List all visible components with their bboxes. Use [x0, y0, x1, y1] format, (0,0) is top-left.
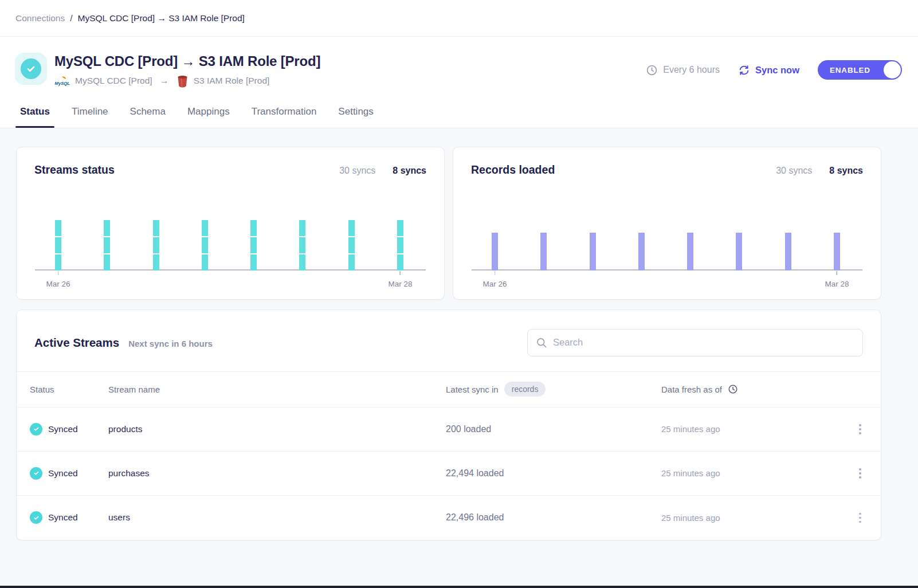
chart-bar: [55, 220, 61, 271]
arrow-icon: →: [160, 76, 169, 86]
kebab-icon[interactable]: [851, 420, 869, 438]
breadcrumb-connections-link[interactable]: Connections: [15, 13, 65, 23]
syncs-selected-label: 8 syncs: [393, 166, 426, 176]
clock-icon: [728, 384, 738, 394]
active-streams-card: Active Streams Next sync in 6 hours Stat…: [16, 309, 881, 540]
records-loaded-title: Records loaded: [471, 163, 555, 177]
stream-search: [527, 329, 863, 356]
schedule-label: Every 6 hours: [663, 65, 720, 75]
main-content: Streams status 30 syncs 8 syncs Mar 26Ma…: [0, 128, 918, 540]
svg-text:MySQL: MySQL: [55, 81, 70, 86]
chart-bar: [348, 220, 355, 271]
bottom-bar: [0, 586, 918, 588]
records-loaded-chart: Mar 26Mar 28: [471, 177, 863, 299]
column-latest-sync: Latest sync in: [446, 385, 499, 394]
records-loaded-value: 22,494 loaded: [446, 468, 661, 479]
chart-bar: [736, 233, 742, 271]
connection-tabs: StatusTimelineSchemaMappingsTransformati…: [0, 101, 918, 128]
x-axis-label: Mar 26: [46, 280, 70, 288]
chart-bar: [540, 233, 547, 271]
column-status: Status: [30, 385, 108, 394]
sync-now-label: Sync now: [755, 65, 799, 76]
streams-status-chart: Mar 26Mar 28: [34, 177, 426, 299]
tab-settings[interactable]: Settings: [338, 101, 373, 128]
stream-name: products: [108, 424, 446, 434]
axis-tick: [495, 271, 496, 275]
tab-status[interactable]: Status: [20, 101, 50, 128]
sync-now-button[interactable]: Sync now: [738, 64, 799, 76]
data-freshness-value: 25 minutes ago: [661, 424, 835, 434]
chart-bar: [104, 220, 110, 271]
kebab-icon[interactable]: [851, 508, 869, 527]
chart-bar: [202, 220, 208, 271]
check-circle-icon: [30, 423, 42, 436]
x-axis-label: Mar 28: [825, 280, 849, 288]
clock-icon: [646, 64, 658, 76]
data-freshness-value: 25 minutes ago: [661, 468, 835, 478]
connection-enabled-toggle[interactable]: ENABLED: [818, 60, 902, 80]
chart-bar: [590, 233, 596, 271]
streams-table-header: Status Stream name Latest sync in record…: [17, 371, 881, 407]
chart-bar: [687, 233, 693, 271]
axis-tick: [58, 271, 59, 275]
records-loaded-card: Records loaded 30 syncs 8 syncs Mar 26Ma…: [453, 147, 881, 300]
chart-bar: [834, 233, 840, 271]
destination-name: S3 IAM Role [Prod]: [194, 76, 270, 86]
stream-name: users: [108, 512, 446, 523]
stream-status-label: Synced: [48, 424, 78, 434]
table-row[interactable]: Synced users 22,496 loaded 25 minutes ag…: [17, 496, 881, 540]
syncs-total-label: 30 syncs: [339, 166, 375, 176]
s3-bucket-icon: [176, 75, 189, 88]
check-circle-icon: [30, 467, 42, 480]
connection-header: MySQL CDC [Prod] → S3 IAM Role [Prod] My…: [0, 37, 918, 128]
breadcrumb: Connections / MySQL CDC [Prod] → S3 IAM …: [0, 0, 918, 37]
chart-bar: [153, 220, 159, 271]
syncs-selected-label: 8 syncs: [829, 166, 863, 176]
active-streams-title: Active Streams: [34, 336, 119, 350]
chart-bar: [397, 220, 403, 271]
source-name: MySQL CDC [Prod]: [75, 76, 152, 86]
chart-bar: [638, 233, 645, 271]
next-sync-label: Next sync in 6 hours: [128, 339, 213, 348]
breadcrumb-separator: /: [70, 13, 72, 23]
records-unit-badge[interactable]: records: [504, 382, 546, 397]
page-title: MySQL CDC [Prod] → S3 IAM Role [Prod]: [54, 53, 646, 70]
mysql-logo-icon: MySQL: [54, 75, 70, 87]
check-circle-icon: [30, 511, 42, 524]
refresh-icon: [738, 64, 750, 76]
axis-tick: [400, 271, 401, 275]
connection-status-avatar: [15, 53, 47, 85]
column-stream-name: Stream name: [108, 385, 446, 394]
tab-schema[interactable]: Schema: [130, 101, 166, 128]
search-icon: [536, 337, 547, 348]
breadcrumb-current: MySQL CDC [Prod] → S3 IAM Role [Prod]: [77, 13, 244, 23]
chart-bar: [299, 220, 305, 271]
streams-table-body: Synced products 200 loaded 25 minutes ag…: [17, 407, 881, 540]
table-row[interactable]: Synced purchases 22,494 loaded 25 minute…: [17, 452, 881, 496]
check-circle-icon: [21, 58, 41, 79]
data-freshness-value: 25 minutes ago: [661, 513, 835, 523]
streams-status-card: Streams status 30 syncs 8 syncs Mar 26Ma…: [16, 147, 445, 300]
toggle-knob: [884, 61, 901, 79]
x-axis-label: Mar 26: [482, 280, 507, 288]
stream-name: purchases: [108, 468, 446, 479]
axis-tick: [837, 271, 838, 275]
toggle-label: ENABLED: [830, 66, 870, 75]
stream-status-label: Synced: [48, 468, 78, 479]
tab-mappings[interactable]: Mappings: [187, 101, 230, 128]
chart-bar: [785, 233, 791, 271]
records-loaded-value: 200 loaded: [446, 424, 661, 434]
syncs-total-label: 30 syncs: [776, 166, 812, 176]
x-axis-label: Mar 28: [388, 280, 412, 288]
table-row[interactable]: Synced products 200 loaded 25 minutes ag…: [17, 407, 881, 452]
tab-timeline[interactable]: Timeline: [72, 101, 108, 128]
stream-status-label: Synced: [48, 512, 78, 523]
streams-status-title: Streams status: [34, 163, 115, 177]
kebab-icon[interactable]: [851, 464, 869, 483]
chart-bar: [250, 220, 257, 271]
column-data-fresh: Data fresh as of: [661, 385, 722, 394]
records-loaded-value: 22,496 loaded: [446, 512, 661, 523]
search-input[interactable]: [553, 337, 854, 348]
chart-bar: [492, 233, 498, 271]
tab-transformation[interactable]: Transformation: [252, 101, 317, 128]
